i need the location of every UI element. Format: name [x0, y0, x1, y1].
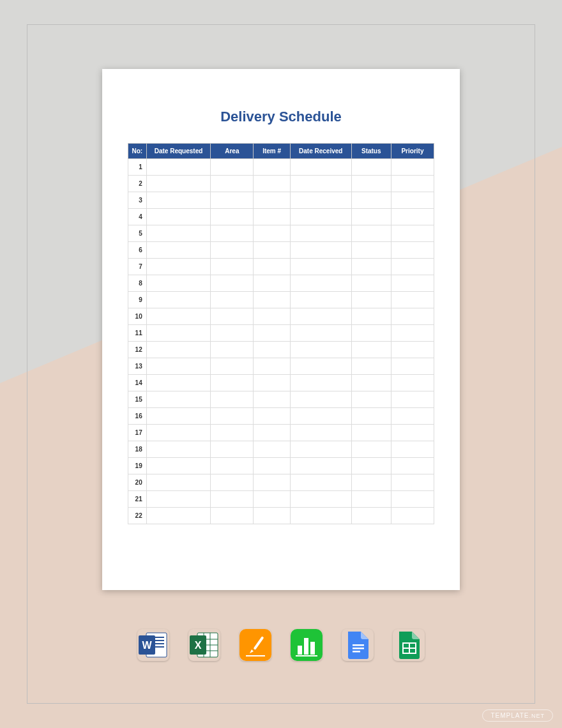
cell-priority [391, 292, 434, 308]
cell-date_received [290, 408, 351, 425]
cell-date_received [290, 342, 351, 358]
cell-date_requested [146, 441, 211, 458]
cell-date_requested [146, 491, 211, 508]
app-icons-row: W X [0, 629, 562, 661]
excel-icon[interactable]: X [188, 629, 220, 661]
cell-item [254, 474, 290, 491]
cell-status [351, 441, 391, 458]
cell-no: 16 [128, 408, 147, 425]
svg-text:W: W [142, 640, 152, 651]
cell-status [351, 425, 391, 441]
table-row: 7 [128, 259, 434, 275]
table-row: 20 [128, 474, 434, 491]
watermark-tld: .NET [529, 713, 545, 719]
col-header-date-received: Date Received [290, 144, 351, 159]
table-row: 1 [128, 159, 434, 176]
table-row: 4 [128, 209, 434, 225]
cell-date_received [290, 259, 351, 275]
cell-area [211, 308, 254, 325]
cell-item [254, 508, 290, 524]
cell-item [254, 342, 290, 358]
cell-date_received [290, 275, 351, 292]
cell-status [351, 325, 391, 342]
cell-area [211, 441, 254, 458]
cell-date_received [290, 209, 351, 225]
cell-priority [391, 275, 434, 292]
cell-date_requested [146, 408, 211, 425]
cell-priority [391, 375, 434, 391]
table-row: 6 [128, 242, 434, 259]
cell-date_requested [146, 292, 211, 308]
cell-item [254, 192, 290, 209]
table-row: 19 [128, 458, 434, 474]
cell-priority [391, 259, 434, 275]
cell-priority [391, 491, 434, 508]
svg-rect-25 [353, 644, 364, 646]
cell-no: 6 [128, 242, 147, 259]
table-row: 8 [128, 275, 434, 292]
cell-no: 19 [128, 458, 147, 474]
cell-item [254, 242, 290, 259]
cell-area [211, 408, 254, 425]
table-row: 9 [128, 292, 434, 308]
cell-status [351, 408, 391, 425]
cell-status [351, 275, 391, 292]
cell-item [254, 491, 290, 508]
table-row: 22 [128, 508, 434, 524]
cell-status [351, 458, 391, 474]
cell-no: 13 [128, 358, 147, 375]
cell-priority [391, 225, 434, 242]
google-docs-icon[interactable] [342, 629, 374, 661]
google-sheets-icon[interactable] [393, 629, 425, 661]
page-title: Delivery Schedule [128, 109, 434, 125]
cell-item [254, 391, 290, 408]
cell-area [211, 176, 254, 192]
cell-priority [391, 325, 434, 342]
cell-area [211, 225, 254, 242]
cell-item [254, 325, 290, 342]
cell-item [254, 408, 290, 425]
cell-no: 5 [128, 225, 147, 242]
cell-date_requested [146, 242, 211, 259]
cell-priority [391, 342, 434, 358]
cell-item [254, 292, 290, 308]
cell-date_requested [146, 159, 211, 176]
cell-no: 3 [128, 192, 147, 209]
watermark-brand: TEMPLATE [490, 712, 529, 719]
col-header-item: Item # [254, 144, 290, 159]
cell-date_requested [146, 342, 211, 358]
cell-date_received [290, 458, 351, 474]
svg-rect-22 [304, 638, 308, 655]
table-row: 15 [128, 391, 434, 408]
svg-rect-26 [353, 648, 364, 649]
cell-item [254, 441, 290, 458]
pages-icon[interactable] [239, 629, 271, 661]
numbers-icon[interactable] [291, 629, 323, 661]
cell-no: 22 [128, 508, 147, 524]
cell-date_received [290, 225, 351, 242]
cell-area [211, 159, 254, 176]
cell-area [211, 275, 254, 292]
cell-date_requested [146, 425, 211, 441]
cell-area [211, 292, 254, 308]
cell-status [351, 308, 391, 325]
cell-status [351, 192, 391, 209]
col-header-date-requested: Date Requested [146, 144, 211, 159]
cell-status [351, 391, 391, 408]
cell-item [254, 209, 290, 225]
cell-no: 9 [128, 292, 147, 308]
table-row: 11 [128, 325, 434, 342]
col-header-priority: Priority [391, 144, 434, 159]
cell-priority [391, 159, 434, 176]
cell-date_requested [146, 375, 211, 391]
cell-date_received [290, 425, 351, 441]
cell-no: 2 [128, 176, 147, 192]
col-header-area: Area [211, 144, 254, 159]
cell-date_received [290, 375, 351, 391]
word-icon[interactable]: W [137, 629, 169, 661]
cell-item [254, 358, 290, 375]
cell-date_received [290, 441, 351, 458]
cell-area [211, 391, 254, 408]
table-row: 3 [128, 192, 434, 209]
cell-date_received [290, 192, 351, 209]
